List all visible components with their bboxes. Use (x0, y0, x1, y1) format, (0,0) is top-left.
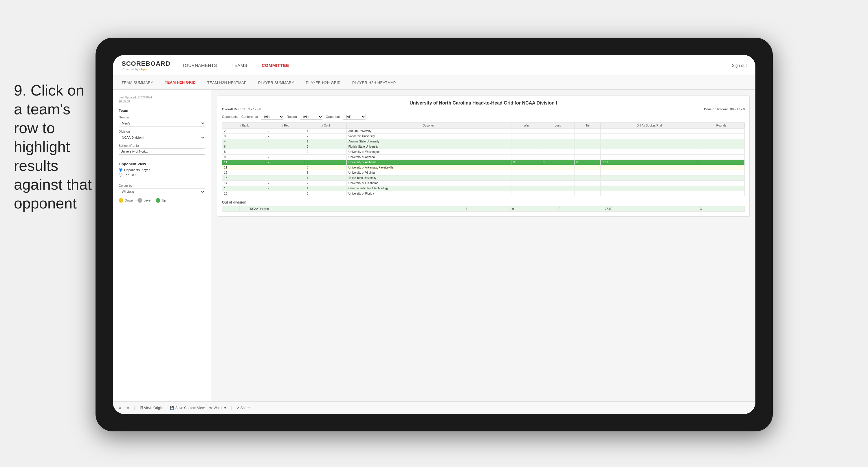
opponent-filter-select[interactable]: (All) (343, 114, 366, 120)
sub-nav-team-summary[interactable]: TEAM SUMMARY (122, 79, 153, 86)
cell-conf: 1 (305, 128, 346, 134)
gender-select[interactable]: Men's Women's (119, 120, 205, 127)
filters-row: Opponents: Conference (All) Region (All)… (222, 114, 745, 120)
sub-nav-player-summary[interactable]: PLAYER SUMMARY (258, 79, 294, 86)
grid-container: University of North Carolina Head-to-Hea… (217, 95, 750, 216)
conference-filter-label: Conference (241, 115, 258, 118)
out-of-division-name: NCAA Division II (248, 206, 464, 212)
school-input[interactable] (119, 148, 205, 155)
logo-scoreboard: SCOREBOARD (122, 60, 170, 67)
legend-row: Down Level Up (119, 198, 205, 203)
out-of-division-header: Out of division (222, 200, 745, 204)
toolbar-sep-2: | (231, 405, 232, 411)
opponent-view-title: Opponent View (119, 162, 205, 166)
colour-by-label: Colour by (119, 184, 205, 187)
cell-rounds (698, 128, 745, 134)
cell-opponent: University of Arizona (346, 155, 512, 160)
sub-nav: TEAM SUMMARY TEAM H2H GRID TEAM H2H HEAT… (113, 76, 755, 90)
colour-by-select[interactable]: Win/loss Diff Av Strokes (119, 188, 205, 195)
cell-opponent: Auburn University (346, 128, 512, 134)
nav-items: TOURNAMENTS TEAMS COMMITTEE (182, 62, 726, 69)
opponent-filter-label: Opponent (326, 115, 340, 118)
table-row[interactable]: 15-4 Georgia Institute of Technology (222, 186, 745, 191)
sub-nav-team-h2h-grid[interactable]: TEAM H2H GRID (165, 79, 196, 86)
radio-top-100[interactable]: Top 100 (119, 173, 205, 177)
team-section-title: Team (119, 108, 205, 113)
table-row[interactable]: 6-2 Florida State University (222, 144, 745, 149)
cell-opponent: Georgia Institute of Technology (346, 186, 512, 191)
legend-up-label: Up (162, 199, 166, 202)
radio-opponents-played[interactable]: Opponents Played (119, 168, 205, 172)
table-row[interactable]: 3-2 Vanderbilt University (222, 134, 745, 139)
opponents-filter-label: Opponents: (222, 115, 239, 118)
nav-teams[interactable]: TEAMS (231, 62, 247, 69)
division-select[interactable]: NCAA Division I NCAA Division II NCAA Di… (119, 134, 205, 141)
toolbar-sep-1: | (134, 405, 135, 411)
col-reg: # Reg (266, 123, 305, 128)
col-rounds: Rounds (698, 123, 745, 128)
opponent-view-radio-group: Opponents Played Top 100 (119, 168, 205, 177)
legend-up: Up (156, 198, 166, 203)
table-row[interactable]: 12-3 University of Virginia (222, 170, 745, 175)
cell-rank: 2 (222, 128, 266, 134)
table-row[interactable]: 16-3 University of Florida (222, 191, 745, 196)
table-row-highlighted[interactable]: 11-5 University of Alabama 3002.618 (222, 160, 745, 165)
legend-down-label: Down (125, 199, 133, 202)
instruction-text: 9. Click on a team's row to highlight re… (14, 81, 95, 213)
save-custom-view-btn[interactable]: 💾 Save Custom View (170, 406, 205, 410)
sign-out-link[interactable]: Sign out (732, 63, 747, 68)
cell-opponent: Vanderbilt University (346, 134, 512, 139)
nav-committee[interactable]: COMMITTEE (261, 62, 289, 69)
region-filter-select[interactable]: (All) (300, 114, 323, 120)
division-record: Division Record: 88 - 17 - 0 (704, 108, 745, 111)
panel-divider-1 (119, 158, 205, 158)
table-row[interactable]: 8-2 University of Washington (222, 149, 745, 155)
out-of-division-row[interactable]: NCAA Division II 1 0 0 26.00 3 (222, 206, 745, 212)
table-row[interactable]: 4-1 Arizona State University (222, 139, 745, 144)
nav-divider: | (726, 63, 727, 68)
cell-opponent: Florida State University (346, 144, 512, 149)
share-btn[interactable]: ↗ Share (237, 406, 249, 410)
cell-opponent: University of Florida (346, 191, 512, 196)
logo-area: SCOREBOARD Powered by clippi (122, 60, 170, 71)
table-row[interactable]: 13-1 Texas Tech University (222, 175, 745, 181)
records-row: Overall Record: 89 - 17 - 0 Division Rec… (222, 108, 745, 111)
left-panel: Last Updated: 27/03/202416:55:38 Team Ge… (113, 90, 211, 401)
cell-opponent: University of Oklahoma (346, 181, 512, 186)
conference-filter-select[interactable]: (All) (261, 114, 284, 120)
table-row[interactable]: 2 - 1 Auburn University (222, 128, 745, 134)
school-label: School (Rank) (119, 144, 205, 147)
tablet-screen: SCOREBOARD Powered by clippi TOURNAMENTS… (113, 55, 755, 414)
logo-powered: Powered by clippi (122, 67, 170, 71)
sub-nav-team-h2h-heatmap[interactable]: TEAM H2H HEATMAP (207, 79, 247, 86)
nav-tournaments[interactable]: TOURNAMENTS (182, 62, 217, 69)
overall-record: Overall Record: 89 - 17 - 0 (222, 108, 261, 111)
top-nav: SCOREBOARD Powered by clippi TOURNAMENTS… (113, 55, 755, 76)
legend-down: Down (119, 198, 133, 203)
sub-nav-player-h2h-heatmap[interactable]: PLAYER H2H HEATMAP (352, 79, 396, 86)
table-row[interactable]: 11-6 University of Arkansas, Fayettevill… (222, 165, 745, 170)
col-tie: Tie (575, 123, 600, 128)
cell-opponent: University of Virginia (346, 170, 512, 175)
last-updated: Last Updated: 27/03/202416:55:38 (119, 95, 205, 104)
main-content: Last Updated: 27/03/202416:55:38 Team Ge… (113, 90, 755, 401)
cell-tie (575, 128, 600, 134)
watch-btn[interactable]: 👁 Watch ▾ (209, 406, 226, 410)
instruction-number: 9. (14, 82, 26, 99)
sub-nav-player-h2h-grid[interactable]: PLAYER H2H GRID (306, 79, 341, 86)
table-row[interactable]: 14-2 University of Oklahoma (222, 181, 745, 186)
legend-up-dot (156, 198, 160, 203)
view-original-btn[interactable]: 🖼 View: Original (140, 406, 165, 410)
cell-opponent: Texas Tech University (346, 175, 512, 181)
gender-label: Gender (119, 116, 205, 119)
grid-title: University of North Carolina Head-to-Hea… (222, 100, 745, 106)
panel-divider-2 (119, 180, 205, 180)
redo-btn[interactable]: ↻ (126, 406, 129, 410)
table-row[interactable]: 9-3 University of Arizona (222, 155, 745, 160)
legend-level-dot (137, 198, 142, 203)
legend-level: Level (137, 198, 151, 203)
h2h-table: # Rank # Reg # Conf Opponent Win Loss Ti… (222, 122, 745, 196)
cell-reg: - (266, 128, 305, 134)
undo-btn[interactable]: ↺ (119, 406, 122, 410)
col-conf: # Conf (305, 123, 346, 128)
